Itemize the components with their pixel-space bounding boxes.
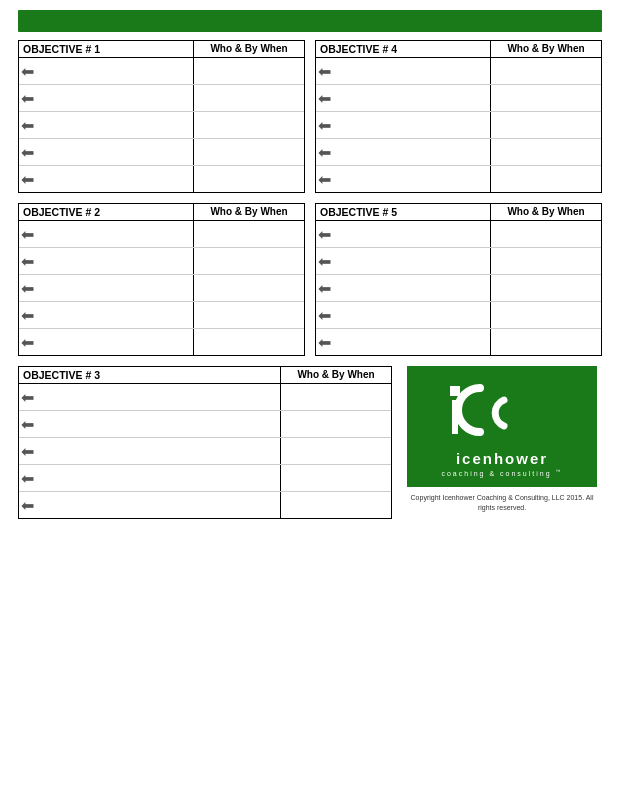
row-who[interactable] xyxy=(491,112,601,138)
arrow-icon: ⬅ xyxy=(19,62,47,81)
arrow-icon: ⬅ xyxy=(19,442,47,461)
objective-3-rows: ⬅ ⬅ ⬅ xyxy=(19,384,391,518)
arrow-icon: ⬅ xyxy=(316,279,344,298)
row-text[interactable] xyxy=(47,471,280,486)
row-who[interactable] xyxy=(194,275,304,301)
top-bar xyxy=(18,10,602,32)
row-who[interactable] xyxy=(194,248,304,274)
arrow-icon: ⬅ xyxy=(19,252,47,271)
arrow-icon: ⬅ xyxy=(19,170,47,189)
logo-box: icenhower coaching & consulting ™ xyxy=(407,366,597,487)
table-row: ⬅ xyxy=(316,85,601,112)
row-who[interactable] xyxy=(491,58,601,84)
table-row: ⬅ xyxy=(19,85,304,112)
right-column: OBJECTIVE # 4 Who & By When ⬅ ⬅ xyxy=(315,40,602,366)
row-text[interactable] xyxy=(344,254,490,269)
arrow-icon: ⬅ xyxy=(316,116,344,135)
table-row: ⬅ xyxy=(19,492,391,518)
row-who[interactable] xyxy=(194,221,304,247)
objective-2-rows: ⬅ ⬅ ⬅ xyxy=(19,221,304,355)
objective-2-title: OBJECTIVE # 2 xyxy=(19,204,194,220)
arrow-icon: ⬅ xyxy=(19,279,47,298)
row-who[interactable] xyxy=(491,166,601,192)
objective-1-header: OBJECTIVE # 1 Who & By When xyxy=(19,41,304,58)
row-who[interactable] xyxy=(281,438,391,464)
table-row: ⬅ xyxy=(316,58,601,85)
row-who[interactable] xyxy=(491,329,601,355)
row-text[interactable] xyxy=(344,308,490,323)
row-text[interactable] xyxy=(344,281,490,296)
objective-4-who-label: Who & By When xyxy=(491,41,601,57)
arrow-icon: ⬅ xyxy=(19,469,47,488)
arrow-icon: ⬅ xyxy=(19,415,47,434)
arrow-icon: ⬅ xyxy=(316,252,344,271)
page: OBJECTIVE # 1 Who & By When ⬅ ⬅ xyxy=(0,0,620,802)
row-who[interactable] xyxy=(491,85,601,111)
objective-5-rows: ⬅ ⬅ ⬅ xyxy=(316,221,601,355)
row-text[interactable] xyxy=(47,281,193,296)
table-row: ⬅ xyxy=(316,248,601,275)
row-text[interactable] xyxy=(47,444,280,459)
row-text[interactable] xyxy=(47,118,193,133)
row-text[interactable] xyxy=(47,308,193,323)
objective-5-who-label: Who & By When xyxy=(491,204,601,220)
row-who[interactable] xyxy=(281,384,391,410)
table-row: ⬅ xyxy=(19,248,304,275)
row-text[interactable] xyxy=(344,172,490,187)
row-who[interactable] xyxy=(194,302,304,328)
row-text[interactable] xyxy=(47,145,193,160)
row-text[interactable] xyxy=(344,145,490,160)
objective-5-title: OBJECTIVE # 5 xyxy=(316,204,491,220)
table-row: ⬅ xyxy=(19,438,391,465)
main-columns: OBJECTIVE # 1 Who & By When ⬅ ⬅ xyxy=(18,40,602,366)
row-text[interactable] xyxy=(47,390,280,405)
row-who[interactable] xyxy=(491,139,601,165)
row-who[interactable] xyxy=(491,248,601,274)
row-who[interactable] xyxy=(194,112,304,138)
row-text[interactable] xyxy=(344,227,490,242)
arrow-icon: ⬅ xyxy=(19,89,47,108)
row-text[interactable] xyxy=(344,64,490,79)
row-text[interactable] xyxy=(47,254,193,269)
objective-3-title: OBJECTIVE # 3 xyxy=(19,367,281,383)
arrow-icon: ⬅ xyxy=(316,333,344,352)
row-who[interactable] xyxy=(491,221,601,247)
table-row: ⬅ xyxy=(316,139,601,166)
table-row: ⬅ xyxy=(316,166,601,192)
row-text[interactable] xyxy=(47,64,193,79)
row-who[interactable] xyxy=(281,411,391,437)
objective-3-header: OBJECTIVE # 3 Who & By When xyxy=(19,367,391,384)
row-text[interactable] xyxy=(47,227,193,242)
table-row: ⬅ xyxy=(19,411,391,438)
table-row: ⬅ xyxy=(19,166,304,192)
row-who[interactable] xyxy=(194,85,304,111)
row-text[interactable] xyxy=(344,91,490,106)
arrow-icon: ⬅ xyxy=(316,89,344,108)
row-text[interactable] xyxy=(47,335,193,350)
table-row: ⬅ xyxy=(19,384,391,411)
arrow-icon: ⬅ xyxy=(19,333,47,352)
table-row: ⬅ xyxy=(19,139,304,166)
row-text[interactable] xyxy=(344,118,490,133)
table-row: ⬅ xyxy=(19,112,304,139)
row-text[interactable] xyxy=(344,335,490,350)
table-row: ⬅ xyxy=(19,221,304,248)
row-who[interactable] xyxy=(194,139,304,165)
svg-rect-0 xyxy=(450,386,460,396)
row-who[interactable] xyxy=(194,166,304,192)
row-who[interactable] xyxy=(491,302,601,328)
row-who[interactable] xyxy=(491,275,601,301)
row-text[interactable] xyxy=(47,417,280,432)
row-who[interactable] xyxy=(194,329,304,355)
table-row: ⬅ xyxy=(19,58,304,85)
row-text[interactable] xyxy=(47,91,193,106)
arrow-icon: ⬅ xyxy=(19,496,47,515)
table-row: ⬅ xyxy=(19,329,304,355)
table-row: ⬅ xyxy=(316,329,601,355)
row-text[interactable] xyxy=(47,172,193,187)
objective-4-header: OBJECTIVE # 4 Who & By When xyxy=(316,41,601,58)
row-who[interactable] xyxy=(194,58,304,84)
row-who[interactable] xyxy=(281,492,391,518)
row-who[interactable] xyxy=(281,465,391,491)
row-text[interactable] xyxy=(47,498,280,513)
